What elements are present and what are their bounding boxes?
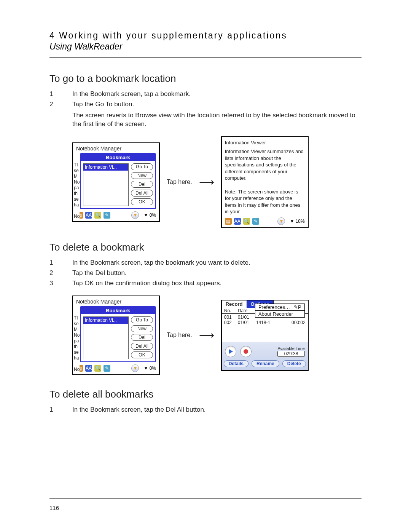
cell-no: 002 <box>224 320 235 325</box>
browse-body: Information Viewer summarizes and lists … <box>225 148 305 182</box>
bookmark-dialog: Bookmark Information Vi... Go To New Del… <box>80 306 156 362</box>
step-text: Tap the Del button. <box>72 269 127 278</box>
cell-date: 01/01 <box>238 315 253 320</box>
pen-icon[interactable]: ✎ <box>104 365 110 372</box>
search-icon[interactable]: 🔍 <box>94 212 101 219</box>
recorder-rows: 001 01/01 002 01/01 1418-1 000:02 <box>222 314 308 342</box>
search-icon[interactable]: 🔍 <box>243 218 250 225</box>
cell-name: 1418-1 <box>256 320 288 325</box>
section-deleteall-title: To delete all bookmarks <box>49 388 362 400</box>
goto-button[interactable]: Go To <box>131 163 153 170</box>
running-head-chapter: 4 Working with your supplementary applic… <box>49 30 362 41</box>
available-time: Available Time 029:38 <box>277 346 304 357</box>
dropdown-label: Preferences… <box>258 304 290 310</box>
bookmark-dialog-title: Bookmark <box>81 154 155 161</box>
dropdown-about[interactable]: About Recorder <box>255 311 304 317</box>
callout-tap-here: Tap here. <box>167 179 192 185</box>
delall-button[interactable]: Del All <box>131 190 153 197</box>
arrow-right-icon: ⟶ <box>199 329 214 342</box>
result-text: The screen reverts to Browse view with t… <box>72 111 362 129</box>
clipped-background-text: TI se M No pa th se ha No <box>74 162 80 219</box>
chevron-down-icon: ▼ <box>143 212 148 218</box>
step: 1In the Bookmark screen, tap the bookmar… <box>49 259 362 267</box>
delall-button[interactable]: Del All <box>131 343 153 350</box>
details-button[interactable]: Details <box>224 360 249 367</box>
doc-icon[interactable]: ▤ <box>225 218 232 225</box>
bookmark-screen: Notebook Manager TI se M No pa th se ha … <box>72 296 160 375</box>
callout-tap-here: Tap here. <box>167 332 192 339</box>
available-time-value: 029:38 <box>277 351 304 357</box>
font-aa-icon[interactable]: AA <box>85 212 92 219</box>
new-button[interactable]: New <box>131 325 153 332</box>
running-head-section: Using WalkReader <box>49 42 362 52</box>
step-text: Tap OK on the confirmation dialog box th… <box>72 279 221 288</box>
nav-down-icon[interactable]: ▼ <box>131 364 139 372</box>
ok-button[interactable]: OK <box>131 198 153 205</box>
arrow-right-icon: ⟶ <box>199 176 214 189</box>
browse-screen: Information Viewer Information Viewer su… <box>221 136 309 228</box>
step: 2Tap the Go To button. <box>49 100 362 109</box>
play-icon <box>229 349 233 354</box>
ok-button[interactable]: OK <box>131 351 153 358</box>
figure-row-goto: Notebook Manager TI se M No pa th se ha … <box>72 136 362 228</box>
zoom-dropdown[interactable]: ▼ 0% <box>143 212 156 218</box>
bookmark-buttons: Go To New Del Del All OK <box>131 316 153 359</box>
zoom-value: 18% <box>296 219 305 224</box>
bookmark-dialog-title: Bookmark <box>81 307 155 314</box>
available-time-label: Available Time <box>277 346 304 351</box>
page-number: 116 <box>49 505 59 511</box>
font-aa-icon[interactable]: AA <box>85 365 92 372</box>
dropdown-preferences[interactable]: Preferences… ✎P <box>255 304 304 311</box>
bookmark-list[interactable]: Information Vi... <box>83 316 129 359</box>
search-icon[interactable]: 🔍 <box>94 365 101 372</box>
header-rule <box>49 57 362 58</box>
play-button[interactable] <box>225 346 236 357</box>
step: 1In the Bookmark screen, tap the Del All… <box>49 406 362 414</box>
section-delete-title: To delete a bookmark <box>49 241 362 253</box>
bookmark-item-selected[interactable]: Information Vi... <box>83 164 128 171</box>
font-aa-icon[interactable]: AA <box>234 218 241 225</box>
zoom-dropdown[interactable]: ▼ 18% <box>290 219 304 224</box>
toolbar: ▤ AA 🔍 ✎ ▼ ▼ 0% <box>76 211 156 219</box>
step: 1In the Bookmark screen, tap a bookmark. <box>49 90 362 99</box>
dropdown-label: About Recorder <box>258 311 293 317</box>
bookmark-item-selected[interactable]: Information Vi... <box>83 317 128 324</box>
step-text: In the Bookmark screen, tap the bookmark… <box>72 259 250 267</box>
col-no: No. <box>224 308 235 313</box>
cell-date: 01/01 <box>238 320 253 325</box>
dropdown-shortcut: ✎P <box>294 304 301 310</box>
rename-button[interactable]: Rename <box>252 360 279 367</box>
bookmark-list[interactable]: Information Vi... <box>83 163 129 206</box>
toolbar: ▤ AA 🔍 ✎ ▼ ▼ 18% <box>225 217 305 225</box>
cell-dur: 000:02 <box>292 320 306 325</box>
goto-button[interactable]: Go To <box>131 316 153 323</box>
step-text: In the Bookmark screen, tap a bookmark. <box>72 90 191 99</box>
bookmark-dialog: Bookmark Information Vi... Go To New Del… <box>80 153 156 209</box>
toolbar: ▤ AA 🔍 ✎ ▼ ▼ 0% <box>76 364 156 372</box>
record-button[interactable] <box>240 346 252 357</box>
del-button[interactable]: Del <box>131 334 153 341</box>
zoom-value: 0% <box>150 366 156 371</box>
nav-down-icon[interactable]: ▼ <box>131 211 139 219</box>
delete-button[interactable]: Delete <box>282 360 306 367</box>
zoom-value: 0% <box>150 212 156 218</box>
col-date: Date <box>238 308 247 313</box>
pen-icon[interactable]: ✎ <box>252 218 259 225</box>
del-button[interactable]: Del <box>131 181 153 188</box>
chevron-down-icon: ▼ <box>290 219 294 224</box>
new-button[interactable]: New <box>131 172 153 179</box>
pen-icon[interactable]: ✎ <box>104 212 110 219</box>
nav-down-icon[interactable]: ▼ <box>277 217 285 225</box>
app-title: Notebook Manager <box>76 299 156 305</box>
record-icon <box>244 349 248 354</box>
menu-record[interactable]: Record <box>222 300 247 308</box>
step: 3Tap OK on the confirmation dialog box t… <box>49 279 362 288</box>
clipped-background-text: TI se M No pa th se ha No <box>74 315 80 372</box>
figure-row-delete: Notebook Manager TI se M No pa th se ha … <box>72 296 362 375</box>
options-dropdown: Preferences… ✎P About Recorder <box>255 304 305 318</box>
step-text: Tap the Go To button. <box>72 100 134 109</box>
footer-rule <box>49 498 362 498</box>
zoom-dropdown[interactable]: ▼ 0% <box>143 366 156 371</box>
app-title: Notebook Manager <box>76 145 156 152</box>
recorder-row[interactable]: 002 01/01 1418-1 000:02 <box>224 320 306 325</box>
